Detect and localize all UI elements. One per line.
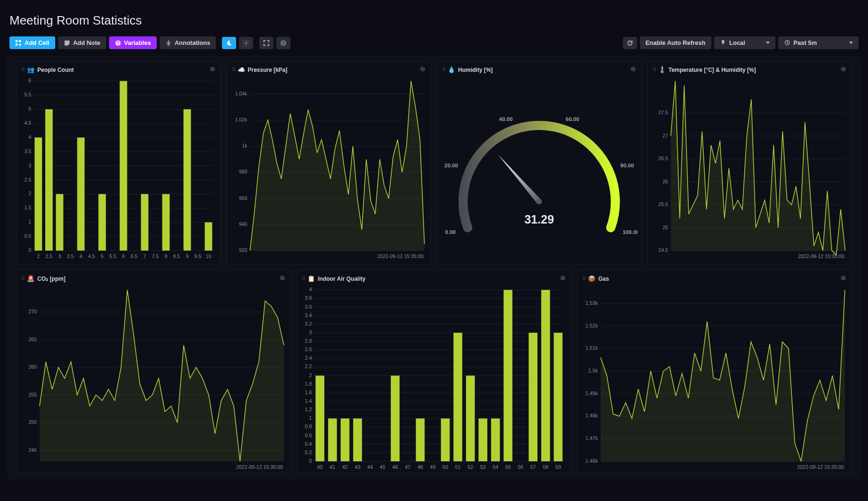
- svg-text:2.6: 2.6: [305, 346, 312, 352]
- svg-text:3.4: 3.4: [305, 312, 312, 318]
- gear-icon[interactable]: [840, 275, 847, 283]
- svg-text:1.53k: 1.53k: [586, 300, 598, 306]
- gear-icon[interactable]: [840, 66, 847, 74]
- chart-temperature[interactable]: 24.52525.52626.52727.52022-09-12 15:35:0…: [648, 76, 852, 264]
- drag-handle-icon[interactable]: ⠿: [442, 67, 445, 73]
- svg-text:26: 26: [662, 179, 668, 184]
- svg-text:2022-09-12 15:35:00: 2022-09-12 15:35:00: [236, 464, 283, 470]
- clock-icon: [784, 40, 791, 46]
- svg-rect-45: [77, 138, 85, 250]
- svg-text:4: 4: [309, 286, 312, 292]
- svg-text:3.5: 3.5: [67, 253, 74, 259]
- chart-co2[interactable]: 2452502552602652702022-09-12 15:35:00: [17, 285, 290, 474]
- svg-text:53: 53: [480, 464, 486, 470]
- svg-text:5: 5: [28, 106, 31, 112]
- fullscreen-button[interactable]: [259, 37, 273, 49]
- svg-text:8: 8: [164, 253, 167, 259]
- cloud-icon: ☁️: [238, 66, 245, 73]
- toolbar-left: Add Cell Add Note Variables Annotations: [9, 36, 290, 49]
- svg-rect-166: [391, 376, 400, 461]
- svg-rect-163: [328, 418, 337, 461]
- drag-handle-icon[interactable]: ⠿: [21, 276, 24, 282]
- svg-text:56: 56: [518, 464, 523, 470]
- svg-rect-46: [98, 194, 106, 251]
- gear-icon[interactable]: [560, 275, 566, 283]
- svg-text:2: 2: [28, 190, 31, 196]
- toolbar: Add Cell Add Note Variables Annotations: [0, 35, 868, 56]
- svg-text:1.8: 1.8: [305, 381, 312, 387]
- gear-icon[interactable]: [419, 66, 426, 74]
- svg-text:920: 920: [239, 247, 247, 253]
- svg-text:1.02k: 1.02k: [235, 117, 247, 122]
- add-cell-button[interactable]: Add Cell: [9, 36, 55, 49]
- svg-text:0.4: 0.4: [305, 441, 312, 447]
- svg-text:50: 50: [443, 464, 448, 470]
- annotations-button[interactable]: Annotations: [160, 36, 216, 49]
- gear-icon[interactable]: [279, 275, 286, 283]
- chart-humidity[interactable]: 0.0020.0040.0060.0080.00100.0031.29: [437, 76, 641, 264]
- svg-rect-50: [184, 109, 191, 250]
- svg-text:20.00: 20.00: [444, 163, 458, 168]
- add-note-button[interactable]: Add Note: [58, 36, 106, 49]
- svg-text:1.48k: 1.48k: [586, 413, 598, 419]
- cell-header: ⠿ 🌡️ Temperature [°C] & Humidity [%]: [648, 62, 852, 76]
- timerange-dropdown[interactable]: Past 5m: [778, 36, 859, 49]
- svg-rect-42: [34, 138, 42, 250]
- drag-handle-icon[interactable]: ⠿: [21, 67, 24, 73]
- cell-header: ⠿ 📦 Gas: [578, 271, 851, 285]
- svg-text:58: 58: [543, 464, 548, 470]
- svg-text:3: 3: [309, 329, 312, 335]
- svg-text:1.2: 1.2: [305, 406, 312, 412]
- cell-header: ⠿ 💧 Humidity [%]: [437, 62, 641, 76]
- drag-handle-icon[interactable]: ⠿: [232, 67, 235, 73]
- light-mode-button[interactable]: [239, 37, 253, 49]
- svg-text:5: 5: [101, 253, 103, 259]
- svg-rect-170: [466, 376, 475, 461]
- svg-text:26.5: 26.5: [658, 155, 668, 161]
- drag-handle-icon[interactable]: ⠿: [582, 276, 585, 282]
- timerange-label: Past 5m: [793, 39, 817, 46]
- page-title: Meeting Room Statistics: [0, 0, 868, 35]
- svg-text:6: 6: [28, 78, 31, 83]
- svg-text:?: ?: [282, 40, 285, 45]
- help-button[interactable]: ?: [276, 37, 290, 49]
- chart-people[interactable]: 00.511.522.533.544.555.5622.533.544.555.…: [17, 76, 221, 264]
- cell-title: Humidity [%]: [458, 67, 493, 73]
- svg-text:4: 4: [79, 253, 82, 259]
- svg-text:1.51k: 1.51k: [586, 345, 598, 351]
- svg-text:55: 55: [505, 464, 511, 470]
- svg-text:1.5k: 1.5k: [588, 368, 598, 373]
- svg-text:4.5: 4.5: [24, 120, 31, 126]
- annotations-label: Annotations: [175, 39, 211, 46]
- question-icon: ?: [280, 40, 287, 46]
- svg-rect-174: [529, 333, 538, 461]
- svg-text:2.8: 2.8: [305, 338, 312, 344]
- drag-handle-icon[interactable]: ⠿: [302, 276, 305, 282]
- refresh-icon: [627, 40, 633, 46]
- chart-pressure[interactable]: 9209409609801k1.02k1.04k2022-09-12 15:35…: [227, 76, 431, 264]
- drag-handle-icon[interactable]: ⠿: [653, 67, 655, 73]
- variables-button[interactable]: Variables: [109, 36, 157, 49]
- package-icon: 📦: [588, 275, 596, 282]
- svg-text:1.46k: 1.46k: [586, 458, 598, 464]
- chart-gas[interactable]: 1.46k1.47k1.48k1.49k1.5k1.51k1.52k1.53k2…: [578, 285, 851, 474]
- chart-iaq[interactable]: 00.20.40.60.811.21.41.61.822.22.42.62.83…: [297, 285, 571, 474]
- svg-text:0.00: 0.00: [445, 229, 456, 235]
- gear-icon[interactable]: [630, 66, 637, 74]
- clipboard-icon: 📋: [307, 275, 315, 282]
- auto-refresh-button[interactable]: Enable Auto Refresh: [640, 36, 711, 49]
- svg-text:6.5: 6.5: [131, 253, 138, 259]
- cell-title: Gas: [598, 276, 609, 282]
- svg-text:52: 52: [468, 464, 473, 470]
- svg-rect-49: [162, 194, 170, 251]
- gear-icon[interactable]: [209, 66, 216, 74]
- separator: [219, 37, 219, 49]
- svg-text:265: 265: [28, 337, 37, 342]
- dark-mode-button[interactable]: [222, 37, 236, 49]
- svg-text:2.5: 2.5: [24, 177, 31, 182]
- refresh-button[interactable]: [623, 37, 637, 49]
- timezone-dropdown[interactable]: Local: [714, 36, 775, 49]
- moon-icon: [226, 40, 232, 46]
- svg-line-12: [248, 40, 249, 41]
- svg-text:44: 44: [367, 464, 373, 470]
